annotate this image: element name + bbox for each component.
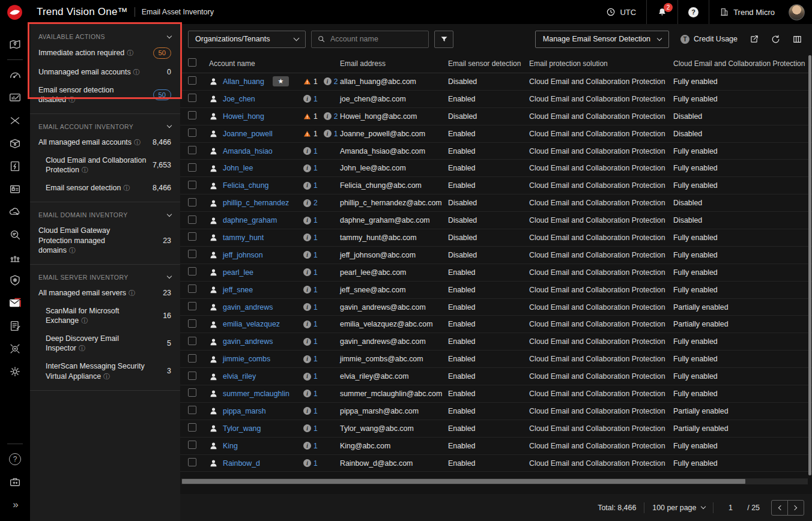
sidebar-section-header[interactable]: EMAIL SERVER INVENTORY	[30, 265, 180, 284]
info-count[interactable]: i1	[303, 233, 318, 242]
row-checkbox[interactable]	[188, 423, 196, 432]
user-avatar[interactable]	[789, 4, 805, 20]
sidebar-item[interactable]: Unmanaged email accountsⓘ0	[30, 63, 180, 81]
info-count[interactable]: i1	[303, 181, 318, 190]
account-name-link[interactable]: Rainbow_d	[223, 459, 260, 468]
account-name-link[interactable]: jeff_johnson	[223, 251, 263, 259]
account-name-link[interactable]: pearl_lee	[223, 268, 253, 277]
info-count[interactable]: i1	[303, 147, 318, 155]
rail-item-dashboard[interactable]	[0, 64, 30, 86]
account-name-link[interactable]: King	[223, 442, 238, 450]
sidebar-item[interactable]: All managed email serversⓘ23	[30, 284, 180, 302]
row-checkbox[interactable]	[188, 94, 196, 102]
info-count[interactable]: i1	[303, 268, 318, 277]
select-all-checkbox[interactable]	[188, 58, 196, 67]
sidebar-section-header[interactable]: AVAILABLE ACTIONS	[30, 24, 180, 43]
rail-item-reports[interactable]	[0, 86, 30, 109]
row-checkbox[interactable]	[188, 267, 196, 276]
info-count[interactable]: i1	[303, 355, 318, 363]
starred-badge[interactable]: ★	[273, 76, 289, 86]
row-checkbox[interactable]	[188, 406, 196, 414]
row-checkbox[interactable]	[188, 128, 196, 137]
next-page-button[interactable]	[787, 500, 804, 516]
rail-item-workbench[interactable]	[0, 132, 30, 155]
rail-item-email[interactable]	[0, 292, 30, 315]
rail-item-mobile[interactable]	[0, 315, 30, 337]
info-count[interactable]: i1	[303, 286, 318, 294]
row-checkbox[interactable]	[188, 337, 196, 345]
row-checkbox[interactable]	[188, 250, 196, 258]
search-input[interactable]	[330, 35, 427, 43]
notifications-button[interactable]: 2	[647, 0, 677, 24]
account-name-link[interactable]: emilia_velazquez	[223, 320, 280, 328]
sidebar-item[interactable]: All managed email accountsⓘ8,466	[30, 133, 180, 151]
account-name-link[interactable]: jimmie_combs	[223, 355, 270, 363]
rail-item-network[interactable]	[0, 246, 30, 269]
info-count[interactable]: i1	[303, 372, 318, 381]
column-header-account-name[interactable]: Account name	[209, 54, 340, 73]
account-name-link[interactable]: Tylor_wang	[223, 424, 261, 433]
info-count[interactable]: i1	[303, 251, 318, 259]
previous-page-button[interactable]	[771, 500, 788, 516]
sidebar-item[interactable]: Deep Discovery Email Inspectorⓘ5	[30, 330, 180, 357]
sidebar-item[interactable]: ScanMail for Microsoft Exchangeⓘ16	[30, 302, 180, 330]
trend-micro-logo-icon[interactable]	[7, 4, 23, 20]
info-count[interactable]: i1	[303, 390, 318, 398]
export-button[interactable]	[749, 34, 759, 44]
info-count[interactable]: i1	[303, 407, 318, 415]
rail-item-collapse[interactable]: »	[0, 493, 30, 516]
help-button[interactable]: ?	[678, 0, 709, 24]
rail-item-threat-hunting[interactable]	[0, 337, 30, 360]
row-checkbox[interactable]	[188, 302, 196, 310]
info-count[interactable]: i1	[303, 216, 318, 224]
rail-item-playbooks[interactable]	[0, 155, 30, 178]
account-name-link[interactable]: John_lee	[223, 164, 253, 172]
manage-email-sensor-detection-button[interactable]: Manage Email Sensor Detection	[535, 31, 669, 48]
column-header-email-address[interactable]: Email address	[340, 59, 448, 68]
current-page-input[interactable]: 1	[721, 504, 739, 512]
warning-count[interactable]: 1	[303, 112, 318, 121]
info-count[interactable]: i1	[303, 442, 318, 450]
credit-usage-button[interactable]: T Credit Usage	[680, 35, 738, 44]
sidebar-item[interactable]: Email sensor detectionⓘ8,466	[30, 179, 180, 197]
account-name-link[interactable]: Amanda_hsiao	[223, 147, 273, 155]
rail-item-zero-trust[interactable]	[0, 269, 30, 292]
sidebar-section-header[interactable]: EMAIL DOMAIN INVENTORY	[30, 202, 180, 221]
account-name-link[interactable]: Joanne_powell	[223, 130, 273, 138]
rail-item-help[interactable]: ?	[0, 448, 30, 471]
filter-button[interactable]	[434, 31, 453, 48]
info-count[interactable]: i2	[324, 77, 338, 86]
column-settings-button[interactable]	[792, 34, 802, 44]
sidebar-item[interactable]: Email sensor detection disabledⓘ50	[30, 81, 180, 109]
sidebar-section-header[interactable]: EMAIL ACCOUNT INVENTORY	[30, 114, 180, 133]
warning-count[interactable]: 1	[303, 77, 318, 86]
info-count[interactable]: i2	[303, 199, 318, 207]
account-name-link[interactable]: gavin_andrews	[223, 303, 273, 312]
account-name-link[interactable]: jeff_snee	[223, 286, 253, 294]
row-checkbox[interactable]	[188, 372, 196, 380]
rail-item-attack-surface[interactable]	[0, 33, 30, 56]
warning-count[interactable]: 1	[303, 130, 318, 138]
row-checkbox[interactable]	[188, 215, 196, 224]
account-name-link[interactable]: phillip_c_hernandez	[223, 199, 289, 207]
row-checkbox[interactable]	[188, 388, 196, 397]
row-checkbox[interactable]	[188, 181, 196, 189]
rail-item-search[interactable]	[0, 223, 30, 246]
org-tenant-filter[interactable]: Organizations/Tenants	[188, 31, 306, 48]
info-count[interactable]: i2	[324, 112, 338, 121]
account-name-link[interactable]: summer_mclaughlin	[223, 390, 289, 398]
rail-item-administration[interactable]	[0, 360, 30, 383]
row-checkbox[interactable]	[188, 285, 196, 293]
row-checkbox[interactable]	[188, 441, 196, 449]
refresh-button[interactable]	[771, 34, 781, 44]
rail-item-identity[interactable]	[0, 178, 30, 200]
row-checkbox[interactable]	[188, 111, 196, 119]
sidebar-item[interactable]: InterScan Messaging Security Virtual App…	[30, 357, 180, 385]
vertical-scrollbar[interactable]	[808, 55, 811, 475]
account-name-link[interactable]: elvia_riley	[223, 372, 256, 381]
per-page-selector[interactable]: 100 per page	[652, 504, 705, 512]
row-checkbox[interactable]	[188, 458, 196, 466]
account-name-link[interactable]: Felicia_chung	[223, 181, 268, 190]
timezone-button[interactable]: UTC	[596, 0, 646, 24]
horizontal-scrollbar-thumb[interactable]	[182, 479, 745, 484]
